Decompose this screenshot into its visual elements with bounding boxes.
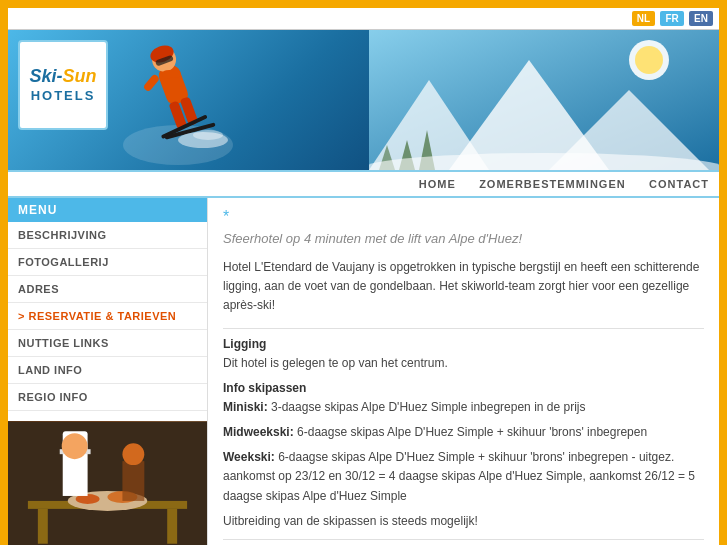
svg-rect-25 — [38, 509, 48, 544]
nav-home[interactable]: HOME — [419, 178, 456, 190]
mountain-scene — [369, 30, 719, 170]
logo-hotels: HOTELS — [31, 88, 96, 103]
skipas-weekski-text: 6-daagse skipas Alpe D'Huez Simple + ski… — [223, 450, 695, 502]
sidebar-item-fotogallerij[interactable]: FOTOGALLERIJ — [8, 249, 207, 276]
svg-point-35 — [122, 443, 144, 465]
lang-en-button[interactable]: EN — [689, 11, 713, 26]
lang-fr-button[interactable]: FR — [660, 11, 683, 26]
content-tagline: Sfeerhotel op 4 minuten met de lift van … — [223, 231, 704, 246]
section-title-skipassen: Info skipassen — [223, 381, 704, 395]
sidebar: MENU BESCHRIJVING FOTOGALLERIJ ADRES > R… — [8, 198, 208, 545]
logo-sun: Sun — [63, 66, 97, 86]
sidebar-item-adres[interactable]: ADRES — [8, 276, 207, 303]
sidebar-item-reservatie[interactable]: > RESERVATIE & TARIEVEN — [8, 303, 207, 330]
skipas-midweekski-label: Midweekski: — [223, 425, 294, 439]
lang-nl-button[interactable]: NL — [632, 11, 655, 26]
logo-ski: Ski- — [29, 66, 62, 86]
logo: Ski-Sun HOTELS — [18, 40, 108, 130]
sidebar-item-landinfo[interactable]: LAND INFO — [8, 357, 207, 384]
skipas-miniski: Miniski: 3-daagse skipas Alpe D'Huez Sim… — [223, 398, 704, 417]
skipas-weekski: Weekski: 6-daagse skipas Alpe D'Huez Sim… — [223, 448, 704, 506]
skipas-uitbreiding: Uitbreiding van de skipassen is steeds m… — [223, 512, 704, 531]
sidebar-item-regioinfo[interactable]: REGIO INFO — [8, 384, 207, 411]
sidebar-image — [8, 421, 207, 545]
language-bar: NL FR EN — [8, 8, 719, 30]
section-text-ligging: Dit hotel is gelegen te op van het centr… — [223, 354, 704, 373]
section-title-ligging: Ligging — [223, 337, 704, 351]
nav-contact[interactable]: CONTACT — [649, 178, 709, 190]
skipas-midweekski: Midweekski: 6-daagse skipas Alpe D'Huez … — [223, 423, 704, 442]
skipas-miniski-label: Miniski: — [223, 400, 268, 414]
main-layout: MENU BESCHRIJVING FOTOGALLERIJ ADRES > R… — [8, 198, 719, 545]
skipas-weekski-label: Weekski: — [223, 450, 275, 464]
sidebar-menu-header: MENU — [8, 198, 207, 222]
svg-point-33 — [62, 433, 88, 459]
navigation-bar: HOME ZOMERBESTEMMINGEN CONTACT — [8, 170, 719, 198]
sidebar-item-links[interactable]: NUTTIGE LINKS — [8, 330, 207, 357]
divider-2 — [223, 539, 704, 540]
content-area: * Sfeerhotel op 4 minuten met de lift va… — [208, 198, 719, 545]
sidebar-item-beschrijving[interactable]: BESCHRIJVING — [8, 222, 207, 249]
svg-rect-5 — [143, 73, 161, 92]
svg-point-12 — [193, 130, 223, 140]
svg-rect-34 — [122, 461, 144, 501]
header-banner: Ski-Sun HOTELS — [8, 30, 719, 170]
nav-zomerbestemmingen[interactable]: ZOMERBESTEMMINGEN — [479, 178, 626, 190]
sidebar-image-bg — [8, 421, 207, 545]
svg-rect-26 — [167, 509, 177, 544]
divider-1 — [223, 328, 704, 329]
content-star: * — [223, 208, 704, 226]
content-intro: Hotel L'Etendard de Vaujany is opgetrokk… — [223, 258, 704, 316]
svg-point-15 — [635, 46, 663, 74]
skier-illustration — [118, 35, 238, 165]
